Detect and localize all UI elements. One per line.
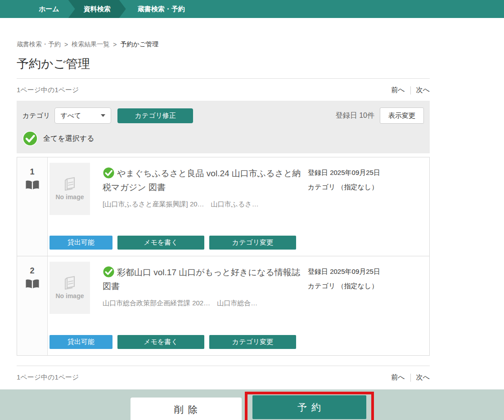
nav-tab-home-label: ホーム [39, 5, 59, 13]
book-icon [25, 278, 40, 290]
page-count-label: 1ページ中の1ページ [17, 86, 79, 94]
list-item: 2 No image 彩都山口 vol.17 山口がもっと好きになる情報誌 図書… [17, 256, 429, 355]
breadcrumb-separator: > [64, 41, 68, 48]
sort-order-label: 登録日 10件 [336, 111, 374, 121]
registered-date: 登録日 2025年09月25日 [308, 264, 428, 279]
book-icon [25, 179, 40, 191]
highlight-annotation-box: 予約 [245, 392, 374, 420]
list-item: 1 No image やまぐちふるさと良品 vol.24 山口市ふるさと納税マガ… [17, 157, 429, 256]
item-number: 1 [30, 167, 34, 177]
item-title-text: やまぐちふるさと良品 vol.24 山口市ふるさと納税マガジン 図書 [103, 169, 301, 192]
lending-status-badge: 貸出可能 [50, 335, 112, 349]
nav-tab-material-search-label: 資料検索 [84, 5, 111, 13]
next-page-link[interactable]: 次へ [416, 86, 430, 94]
write-memo-button[interactable]: メモを書く [117, 236, 204, 250]
item-title-link[interactable]: やまぐちふるさと良品 vol.24 山口市ふるさと納税マガジン 図書 [103, 166, 302, 195]
category-select[interactable]: すべて [54, 107, 111, 124]
page-title: 予約かご管理 [17, 56, 430, 79]
pagination-bottom: 1ページ中の1ページ 前へ 次へ [17, 366, 430, 382]
item-meta: 登録日 2025年09月25日 カテゴリ （指定なし） [308, 163, 428, 231]
no-image-label: No image [55, 193, 84, 201]
footer-action-bar: 削除 予約 [0, 389, 504, 420]
prev-page-link[interactable]: 前へ [391, 373, 405, 382]
breadcrumb-item-current: 予約かご管理 [120, 40, 158, 49]
registered-date: 登録日 2025年09月25日 [308, 165, 428, 180]
cover-placeholder: No image [50, 163, 90, 215]
selected-checkbox-icon[interactable] [103, 266, 115, 278]
prev-page-link[interactable]: 前へ [391, 86, 405, 94]
item-meta: 登録日 2025年09月25日 カテゴリ （指定なし） [308, 262, 428, 331]
item-publisher-info: 山口市総合政策部企画経営課 202… 山口市総合… [103, 299, 302, 308]
breadcrumb: 蔵書検索・予約 > 検索結果一覧 > 予約かご管理 [17, 40, 430, 49]
nav-tab-catalog-search[interactable]: 蔵書検索・予約 [126, 0, 197, 18]
item-number-cell: 2 [17, 256, 48, 355]
display-change-button[interactable]: 表示変更 [380, 107, 424, 124]
select-all-label: 全てを選択する [43, 134, 94, 143]
item-category: カテゴリ （指定なし） [308, 180, 428, 194]
category-select-value: すべて [60, 112, 81, 120]
top-navigation: ホーム 資料検索 蔵書検索・予約 [0, 0, 504, 18]
category-edit-button[interactable]: カテゴリ修正 [117, 108, 193, 123]
nav-tab-home[interactable]: ホーム [0, 0, 71, 18]
nav-tab-catalog-search-label: 蔵書検索・予約 [138, 5, 185, 13]
filter-panel: カテゴリ すべて カテゴリ修正 登録日 10件 表示変更 全てを選択する [17, 101, 430, 153]
no-image-book-icon [63, 276, 77, 290]
pager-divider [410, 374, 411, 382]
lending-status-badge: 貸出可能 [50, 236, 112, 250]
chevron-down-icon [101, 114, 105, 117]
next-page-link[interactable]: 次へ [416, 373, 430, 382]
nav-tab-material-search[interactable]: 資料検索 [68, 0, 126, 18]
change-category-button[interactable]: カテゴリ変更 [209, 335, 296, 349]
breadcrumb-separator: > [113, 41, 117, 48]
item-category: カテゴリ （指定なし） [308, 279, 428, 293]
reservation-basket-list: 1 No image やまぐちふるさと良品 vol.24 山口市ふるさと納税マガ… [17, 157, 430, 356]
item-number-cell: 1 [17, 157, 48, 256]
item-publisher-info: [山口市ふるさと産業振興課] 20… 山口市ふるさ… [103, 200, 302, 209]
breadcrumb-item-search-results[interactable]: 検索結果一覧 [72, 40, 109, 49]
select-all-checkbox-icon[interactable] [22, 131, 38, 146]
cover-placeholder: No image [50, 262, 90, 314]
main-content: 蔵書検索・予約 > 検索結果一覧 > 予約かご管理 予約かご管理 1ページ中の1… [17, 40, 430, 382]
selected-checkbox-icon[interactable] [103, 167, 115, 179]
pagination-top: 1ページ中の1ページ 前へ 次へ [17, 86, 430, 94]
pager-divider [410, 86, 411, 94]
item-title-text: 彩都山口 vol.17 山口がもっと好きになる情報誌 図書 [103, 268, 300, 291]
category-filter-label: カテゴリ [22, 112, 50, 120]
item-title-link[interactable]: 彩都山口 vol.17 山口がもっと好きになる情報誌 図書 [103, 265, 302, 294]
change-category-button[interactable]: カテゴリ変更 [209, 236, 296, 250]
no-image-book-icon [63, 177, 77, 191]
item-number: 2 [30, 266, 34, 276]
breadcrumb-item-catalog-search[interactable]: 蔵書検索・予約 [17, 40, 61, 49]
no-image-label: No image [55, 292, 84, 299]
write-memo-button[interactable]: メモを書く [117, 335, 204, 349]
page-count-label: 1ページ中の1ページ [17, 373, 79, 382]
delete-button[interactable]: 削除 [130, 398, 242, 420]
reserve-button[interactable]: 予約 [252, 395, 366, 419]
